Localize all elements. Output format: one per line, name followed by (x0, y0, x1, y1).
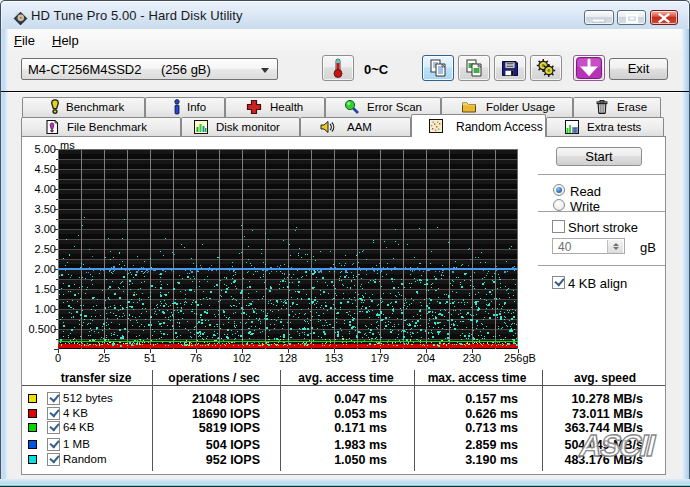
svg-text:ASCII: ASCII (576, 429, 658, 459)
